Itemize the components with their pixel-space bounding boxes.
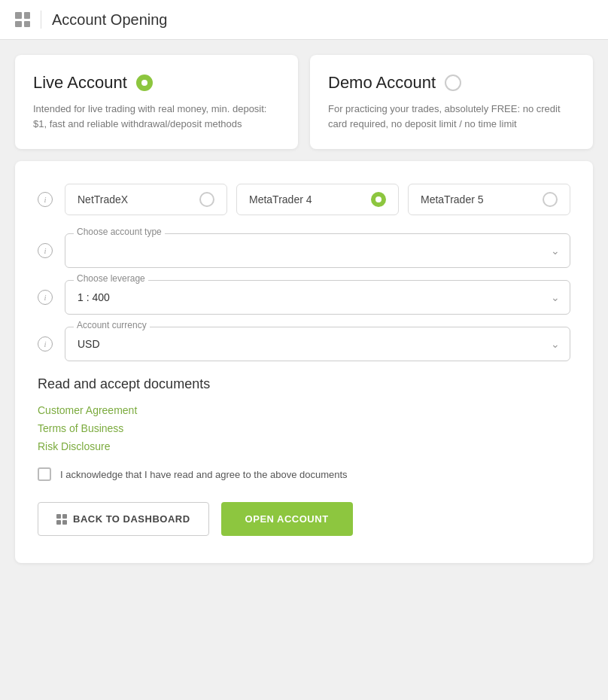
back-button-label: BACK TO DASHBOARD — [73, 513, 190, 525]
platform-info-icon[interactable]: i — [38, 192, 53, 207]
platform-options: NetTradeX MetaTrader 4 MetaTrader 5 — [65, 184, 570, 215]
account-type-cards: Live Account Intended for live trading w… — [15, 55, 593, 149]
platform-nettradeX[interactable]: NetTradeX — [65, 184, 227, 215]
currency-label: Account currency — [74, 320, 150, 330]
form-section: i NetTradeX MetaTrader 4 MetaTrader 5 i — [15, 161, 593, 563]
currency-row: i Account currency USD ⌄ — [38, 327, 570, 361]
open-account-label: OPEN ACCOUNT — [245, 513, 329, 525]
platform-mt5[interactable]: MetaTrader 5 — [408, 184, 570, 215]
demo-account-title: Demo Account — [328, 73, 436, 93]
leverage-label: Choose leverage — [74, 273, 148, 284]
platform-mt4-label: MetaTrader 4 — [249, 193, 312, 205]
demo-account-header: Demo Account — [328, 73, 575, 93]
header-divider — [41, 11, 41, 29]
main-content: Live Account Intended for live trading w… — [0, 40, 608, 578]
account-type-label: Choose account type — [74, 227, 165, 237]
platform-mt4[interactable]: MetaTrader 4 — [236, 184, 399, 215]
platform-row: i NetTradeX MetaTrader 4 MetaTrader 5 — [38, 184, 570, 215]
platform-mt5-radio[interactable] — [543, 192, 558, 207]
customer-agreement-link[interactable]: Customer Agreement — [38, 404, 570, 416]
back-to-dashboard-button[interactable]: BACK TO DASHBOARD — [38, 502, 209, 536]
demo-account-card[interactable]: Demo Account For practicing your trades,… — [310, 55, 593, 149]
terms-of-business-link[interactable]: Terms of Business — [38, 422, 570, 434]
documents-section: Read and accept documents Customer Agree… — [38, 376, 570, 481]
currency-select[interactable]: USD — [65, 327, 570, 361]
platform-mt5-label: MetaTrader 5 — [421, 193, 484, 205]
action-row: BACK TO DASHBOARD OPEN ACCOUNT — [38, 502, 570, 536]
page-title: Account Opening — [52, 11, 167, 29]
account-type-select[interactable] — [65, 233, 570, 268]
live-account-header: Live Account — [33, 73, 280, 93]
leverage-dropdown-wrapper: Choose leverage 1 : 400 ⌄ — [65, 280, 570, 315]
live-account-title: Live Account — [33, 73, 127, 93]
live-account-radio[interactable] — [136, 75, 153, 91]
demo-account-desc: For practicing your trades, absolutely F… — [328, 102, 575, 131]
account-type-info-icon[interactable]: i — [38, 243, 53, 258]
demo-account-radio[interactable] — [445, 75, 461, 91]
acknowledge-checkbox[interactable] — [38, 467, 51, 481]
leverage-row: i Choose leverage 1 : 400 ⌄ — [38, 280, 570, 315]
back-button-grid-icon — [56, 514, 67, 525]
header: Account Opening — [0, 0, 608, 40]
platform-nettradeX-radio[interactable] — [199, 192, 214, 207]
acknowledge-text: I acknowledge that I have read and agree… — [60, 469, 348, 480]
open-account-button[interactable]: OPEN ACCOUNT — [221, 502, 353, 536]
platform-nettradeX-label: NetTradeX — [78, 193, 128, 205]
leverage-info-icon[interactable]: i — [38, 290, 53, 305]
leverage-select[interactable]: 1 : 400 — [65, 280, 570, 315]
documents-title: Read and accept documents — [38, 376, 570, 392]
account-type-dropdown-wrapper: Choose account type ⌄ — [65, 233, 570, 268]
app-logo-icon — [15, 12, 30, 27]
acknowledge-row: I acknowledge that I have read and agree… — [38, 467, 570, 481]
platform-mt4-radio[interactable] — [371, 192, 386, 207]
currency-info-icon[interactable]: i — [38, 336, 53, 352]
risk-disclosure-link[interactable]: Risk Disclosure — [38, 440, 570, 452]
live-account-desc: Intended for live trading with real mone… — [33, 102, 280, 131]
currency-dropdown-wrapper: Account currency USD ⌄ — [65, 327, 570, 361]
live-account-card[interactable]: Live Account Intended for live trading w… — [15, 55, 298, 149]
account-type-row: i Choose account type ⌄ — [38, 233, 570, 268]
